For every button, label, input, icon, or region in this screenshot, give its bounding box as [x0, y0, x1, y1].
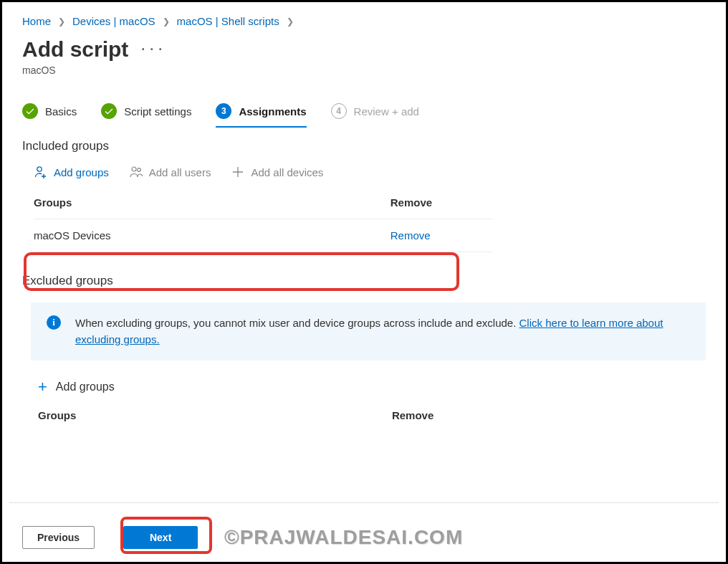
wizard-steps: Basics Script settings 3 Assignments 4 R… — [22, 103, 706, 119]
person-add-icon — [34, 165, 48, 179]
column-header-groups: Groups — [34, 192, 391, 219]
check-icon — [101, 103, 117, 119]
step-number-icon: 4 — [331, 103, 347, 119]
column-header-groups: Groups — [38, 409, 389, 430]
svg-point-0 — [37, 167, 42, 171]
remove-group-link[interactable]: Remove — [391, 229, 431, 242]
column-header-remove: Remove — [392, 409, 492, 430]
add-all-devices-button[interactable]: Add all devices — [231, 165, 323, 179]
chevron-right-icon: ❯ — [163, 16, 170, 27]
people-icon — [129, 165, 143, 179]
footer-divider — [9, 502, 719, 503]
chevron-right-icon: ❯ — [287, 16, 294, 27]
step-number-icon: 3 — [216, 103, 231, 119]
step-basics[interactable]: Basics — [22, 103, 77, 119]
included-groups-heading: Included groups — [22, 139, 706, 153]
column-header-remove: Remove — [391, 192, 492, 219]
add-groups-label: Add groups — [54, 166, 109, 178]
info-text: When excluding groups, you cannot mix us… — [75, 317, 519, 329]
step-review-add-label: Review + add — [354, 105, 419, 118]
included-groups-table: Groups Remove macOS Devices Remove — [34, 192, 492, 252]
chevron-right-icon: ❯ — [58, 16, 65, 27]
previous-button[interactable]: Previous — [22, 526, 95, 549]
page-subtitle: macOS — [22, 64, 706, 76]
breadcrumb: Home ❯ Devices | macOS ❯ macOS | Shell s… — [22, 15, 706, 27]
excluded-groups-heading: Excluded groups — [22, 274, 706, 288]
wizard-footer: Previous Next — [22, 526, 198, 549]
step-assignments[interactable]: 3 Assignments — [216, 103, 306, 119]
breadcrumb-devices[interactable]: Devices | macOS — [72, 15, 155, 27]
svg-point-1 — [132, 167, 136, 171]
title-text: Add script — [22, 37, 128, 62]
step-basics-label: Basics — [45, 105, 77, 118]
add-all-users-label: Add all users — [149, 166, 211, 178]
plus-icon — [231, 165, 245, 179]
group-name-cell: macOS Devices — [34, 219, 391, 252]
included-toolbar: Add groups Add all users Add all devices — [34, 165, 706, 179]
check-icon — [22, 103, 38, 119]
breadcrumb-home[interactable]: Home — [22, 15, 51, 27]
add-all-devices-label: Add all devices — [251, 166, 323, 178]
breadcrumb-shell-scripts[interactable]: macOS | Shell scripts — [177, 15, 279, 27]
step-script-settings[interactable]: Script settings — [101, 103, 191, 119]
step-assignments-label: Assignments — [239, 105, 306, 118]
add-groups-button[interactable]: Add groups — [34, 165, 109, 179]
excluded-add-groups-button[interactable]: + Add groups — [38, 378, 706, 396]
info-banner: i When excluding groups, you cannot mix … — [31, 302, 706, 360]
table-row: macOS Devices Remove — [34, 219, 492, 252]
svg-point-2 — [137, 168, 140, 172]
page-title: Add script · · · — [22, 37, 706, 62]
add-all-users-button[interactable]: Add all users — [129, 165, 211, 179]
watermark-text: ©PRAJWALDESAI.COM — [224, 526, 463, 549]
step-review-add[interactable]: 4 Review + add — [331, 103, 419, 119]
more-actions-button[interactable]: · · · — [141, 42, 163, 57]
excluded-add-groups-label: Add groups — [56, 381, 115, 393]
excluded-groups-table: Groups Remove — [38, 409, 497, 430]
next-button[interactable]: Next — [123, 526, 198, 549]
step-script-settings-label: Script settings — [124, 105, 191, 118]
info-icon: i — [47, 315, 61, 330]
plus-icon: + — [38, 378, 47, 396]
